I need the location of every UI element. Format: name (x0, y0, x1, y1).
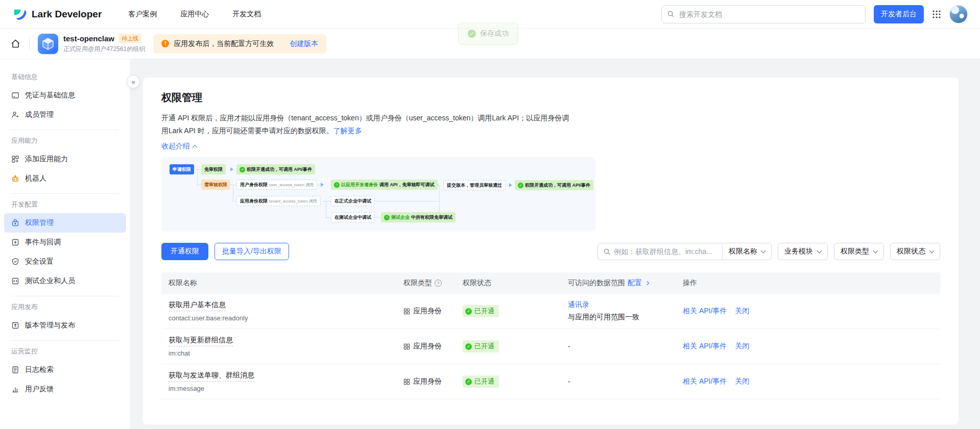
developer-console-button[interactable]: 开发者后台 (874, 5, 924, 23)
table-row: 获取与更新群组信息 im:chat 应用身份 ✓ 已开通 - 相关 API/事件… (161, 329, 940, 364)
related-api-link[interactable]: 相关 API/事件 (683, 307, 727, 316)
cell-permission-name: 获取与发送单聊、群组消息 im:message (161, 371, 403, 392)
table-row: 获取与发送单聊、群组消息 im:message 应用身份 ✓ 已开通 - 相关 … (161, 364, 940, 399)
save-success-toast: ✓ 保存成功 (458, 22, 518, 45)
scope-config-link[interactable]: 配置 (628, 279, 642, 288)
cell-permission-type: 应用身份 (403, 377, 463, 386)
nav-customer-cases[interactable]: 客户案例 (128, 10, 157, 19)
brand[interactable]: Lark Developer (12, 7, 102, 21)
sidebar-item-log-search[interactable]: 日志检索 (4, 360, 126, 380)
home-button[interactable] (10, 38, 21, 49)
sidebar-item-label: 版本管理与发布 (25, 321, 75, 330)
app-status-badge: 待上线 (118, 34, 141, 43)
permission-lock-icon (11, 219, 19, 227)
nav-app-center[interactable]: 应用中心 (180, 10, 209, 19)
permission-search-input[interactable] (614, 247, 722, 256)
close-permission-link[interactable]: 关闭 (735, 307, 749, 316)
debug-circle-icon: ↑ (384, 215, 390, 220)
sidebar-item-test-corp[interactable]: 测试企业和人员 (4, 271, 126, 291)
sidebar-item-permissions[interactable]: 权限管理 (4, 213, 126, 233)
cell-data-scope: - (568, 342, 683, 350)
node-debug-formal: 在正式企业中调试 (331, 196, 375, 206)
log-search-icon (11, 366, 19, 374)
connector-line (374, 217, 381, 218)
sidebar-item-version-release[interactable]: 版本管理与发布 (4, 316, 126, 335)
nav-dev-docs[interactable]: 开发文档 (232, 10, 261, 19)
table-header: 权限名称 权限类型 ? 权限状态 可访问的数据范围 配置 操作 (161, 272, 940, 294)
permission-name[interactable]: 获取与发送单聊、群组消息 (169, 371, 254, 382)
debug-circle-icon: ↑ (334, 182, 340, 188)
header-permission-type: 权限类型 ? (403, 279, 463, 288)
sidebar-item-credentials[interactable]: 凭证与基础信息 (4, 86, 126, 105)
page-title: 权限管理 (161, 91, 940, 105)
sidebar-item-add-capability[interactable]: 添加应用能力 (4, 149, 126, 169)
scope-contacts-link[interactable]: 通讯录 (568, 300, 589, 309)
related-api-link[interactable]: 相关 API/事件 (683, 342, 727, 351)
check-circle-icon: ✓ (465, 343, 472, 350)
main-panel: 权限管理 开通 API 权限后，应用才能以应用身份（tenant_access_… (143, 78, 959, 424)
cell-permission-status: ✓ 已开通 (463, 340, 568, 352)
warning-icon: ! (161, 40, 169, 47)
node-tenant-permission: 应用身份权限 tenant_access_token 调用 (236, 196, 321, 206)
permission-flow-diagram: 申请权限 免审权限 ✓ 权限开通成功，可调用 API/事件 需审核权限 用户身份… (161, 157, 595, 232)
node-need-review: 需审核权限 (201, 180, 230, 190)
apps-grid-icon[interactable] (932, 10, 941, 19)
sidebar-item-members[interactable]: 成员管理 (4, 105, 126, 124)
description-line2: 用Lark API 时，应用可能还需要申请对应的数据权限。 (161, 127, 333, 135)
filter-select-module[interactable]: 业务模块 (778, 243, 828, 260)
sidebar-item-label: 权限管理 (25, 218, 54, 228)
create-version-link[interactable]: 创建版本 (290, 39, 318, 48)
related-api-link[interactable]: 相关 API/事件 (683, 377, 727, 386)
sidebar-item-bot[interactable]: 机器人 (4, 169, 126, 188)
close-permission-link[interactable]: 关闭 (735, 377, 749, 386)
sidebar-collapse-button[interactable]: « (127, 75, 140, 88)
node-test-corp: ↑ 测试企业 中所有权限免审调试 (381, 212, 456, 222)
open-permission-button[interactable]: 开通权限 (161, 243, 208, 260)
scope-empty: - (568, 377, 570, 386)
header-permission-name: 权限名称 (161, 279, 403, 288)
header-data-scope: 可访问的数据范围 配置 (568, 279, 683, 288)
grid-add-icon (11, 155, 19, 163)
code-square-icon (11, 277, 19, 285)
brand-text: Lark Developer (32, 9, 102, 20)
filter-select-name[interactable]: 权限名称 (722, 243, 771, 260)
batch-import-export-button[interactable]: 批量导入/导出权限 (214, 243, 289, 260)
sidebar-item-label: 测试企业和人员 (25, 276, 75, 286)
divider (11, 296, 119, 296)
section-title-release: 应用发布 (0, 302, 130, 312)
permission-search-group[interactable]: 权限名称 (597, 243, 772, 260)
doc-search-box[interactable] (661, 5, 866, 23)
connector-line (507, 185, 509, 186)
arrow-right-icon (509, 183, 514, 187)
sidebar-item-label: 安全设置 (25, 257, 54, 266)
user-avatar[interactable] (949, 5, 968, 23)
help-icon[interactable]: ? (435, 280, 442, 287)
app-name: test-openclaw (63, 34, 114, 43)
close-permission-link[interactable]: 关闭 (735, 342, 749, 351)
chevron-down-icon (817, 248, 822, 253)
sidebar-item-feedback[interactable]: 用户反馈 (4, 380, 126, 399)
divider (11, 340, 119, 341)
cell-data-scope: 通讯录 与应用的可用范围一致 (568, 300, 683, 322)
check-circle-icon: ✓ (468, 30, 476, 38)
sidebar-item-events[interactable]: 事件与回调 (4, 233, 126, 252)
learn-more-link[interactable]: 了解更多 (333, 127, 362, 135)
doc-search-input[interactable] (678, 10, 860, 19)
permission-name[interactable]: 获取用户基本信息 (169, 300, 226, 311)
filter-select-type[interactable]: 权限类型 (834, 243, 884, 260)
app-meta[interactable]: test-openclaw 待上线 正式应用@用户472561的组织 (38, 34, 145, 54)
cell-permission-status: ✓ 已开通 (463, 375, 568, 388)
home-icon (10, 38, 21, 49)
filter-select-status[interactable]: 权限状态 (890, 243, 940, 260)
publish-notice-banner: ! 应用发布后，当前配置方可生效 创建版本 (153, 34, 326, 54)
node-user-permission: 用户身份权限 user_access_token 调用 (236, 180, 317, 190)
connector-line (194, 169, 201, 170)
feedback-chart-icon (11, 385, 19, 393)
scope-empty: - (568, 342, 570, 350)
collapse-intro-link[interactable]: 收起介绍 (161, 142, 197, 151)
permission-name[interactable]: 获取与更新群组信息 (169, 336, 233, 346)
sidebar-item-label: 日志检索 (25, 365, 54, 374)
sidebar-item-label: 凭证与基础信息 (25, 91, 75, 100)
sidebar-item-security[interactable]: 安全设置 (4, 252, 126, 271)
topnav-links: 客户案例 应用中心 开发文档 (128, 10, 261, 19)
